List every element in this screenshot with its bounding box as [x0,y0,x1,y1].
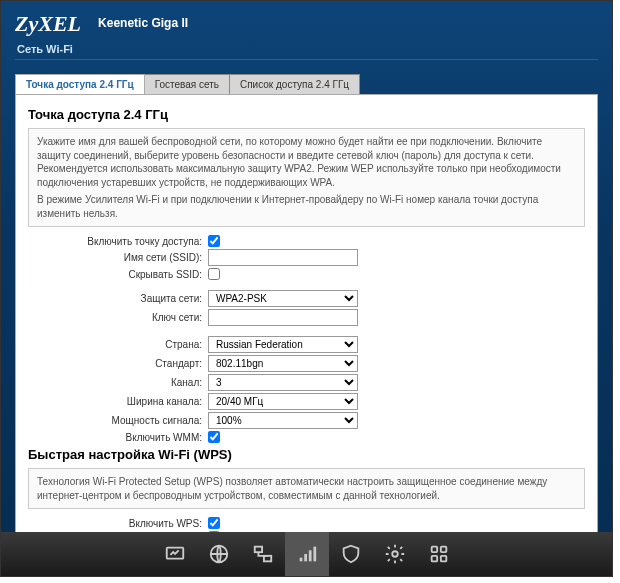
nav-monitor-icon[interactable] [153,532,197,576]
main-panel: Точка доступа 2.4 ГГц Укажите имя для ва… [15,94,598,534]
label-country: Страна: [28,339,208,350]
section-title-ap: Точка доступа 2.4 ГГц [28,107,585,122]
svg-rect-4 [299,558,302,562]
section-title-wps: Быстрая настройка Wi-Fi (WPS) [28,447,585,462]
tab-bar: Точка доступа 2.4 ГГц Гостевая сеть Спис… [15,74,612,94]
input-key[interactable] [208,309,358,326]
label-wps-enable: Включить WPS: [28,518,208,529]
checkbox-wmm[interactable] [208,431,220,443]
label-enable-ap: Включить точку доступа: [28,236,208,247]
label-ssid: Имя сети (SSID): [28,252,208,263]
label-security: Защита сети: [28,293,208,304]
select-channel[interactable]: 3 [208,374,358,391]
select-power[interactable]: 100% [208,412,358,429]
select-standard[interactable]: 802.11bgn [208,355,358,372]
label-width: Ширина канала: [28,396,208,407]
tab-guest-network[interactable]: Гостевая сеть [145,74,230,94]
input-ssid[interactable] [208,249,358,266]
tab-access-point[interactable]: Точка доступа 2.4 ГГц [15,74,145,94]
label-standard: Стандарт: [28,358,208,369]
svg-rect-10 [440,547,446,553]
checkbox-hide-ssid[interactable] [208,268,220,280]
svg-rect-11 [431,556,437,562]
select-width[interactable]: 20/40 МГц [208,393,358,410]
nav-network-icon[interactable] [241,532,285,576]
label-wmm: Включить WMM: [28,432,208,443]
tab-access-list[interactable]: Список доступа 2.4 ГГц [230,74,360,94]
checkbox-enable-ap[interactable] [208,235,220,247]
nav-wifi-icon[interactable] [285,532,329,576]
nav-globe-icon[interactable] [197,532,241,576]
breadcrumb: Сеть Wi-Fi [15,43,598,55]
label-channel: Канал: [28,377,208,388]
label-key: Ключ сети: [28,312,208,323]
select-security[interactable]: WPA2-PSK [208,290,358,307]
model-name: Keenetic Giga II [98,16,188,30]
brand-logo: ZyXEL [15,11,81,36]
nav-apps-icon[interactable] [417,532,461,576]
info-box-ap: Укажите имя для вашей беспроводной сети,… [28,128,585,227]
svg-rect-7 [313,547,316,562]
info-box-wps: Технология Wi-Fi Protected Setup (WPS) п… [28,468,585,509]
select-country[interactable]: Russian Federation [208,336,358,353]
svg-rect-5 [304,554,307,561]
label-hide-ssid: Скрывать SSID: [28,269,208,280]
svg-rect-12 [440,556,446,562]
svg-rect-9 [431,547,437,553]
checkbox-wps-enable[interactable] [208,517,220,529]
svg-rect-6 [308,550,311,561]
nav-shield-icon[interactable] [329,532,373,576]
bottom-nav [1,532,612,576]
svg-point-8 [392,551,398,557]
nav-gear-icon[interactable] [373,532,417,576]
label-power: Мощность сигнала: [28,415,208,426]
svg-rect-2 [254,547,261,553]
